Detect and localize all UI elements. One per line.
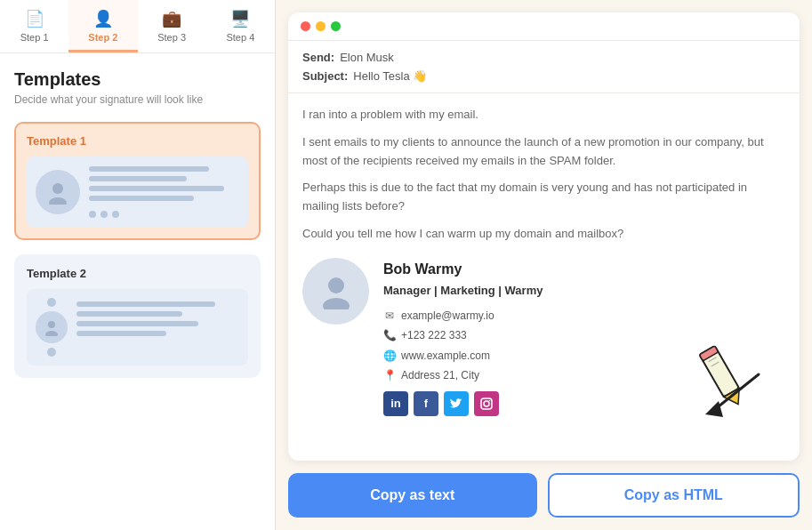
instagram-icon[interactable]: [474, 391, 499, 416]
copy-as-html-button[interactable]: Copy as HTML: [548, 473, 800, 518]
body-para-2: I sent emails to my clients to announce …: [302, 133, 785, 171]
sig-address: Address 21, City: [401, 367, 479, 384]
email-signature: Bob Warmy Manager | Marketing | Warmy ✉ …: [302, 253, 785, 416]
copy-as-text-button[interactable]: Copy as text: [288, 473, 537, 518]
step-1[interactable]: 📄 Step 1: [0, 0, 68, 52]
email-icon: ✉: [383, 308, 396, 325]
template-2-right: [76, 301, 239, 336]
sig-address-row: 📍 Address 21, City: [383, 367, 673, 384]
step-3-label: Step 3: [157, 32, 186, 43]
right-panel: Send: Elon Musk Subject: Hello Tesla 👋 I…: [276, 0, 812, 530]
step-1-label: Step 1: [20, 32, 49, 43]
svg-point-3: [45, 331, 58, 336]
template-1-avatar: [36, 170, 80, 214]
template-2-preview: [27, 289, 248, 365]
phone-icon: 📞: [383, 327, 396, 344]
chrome-minimize-dot: [316, 21, 326, 31]
email-header: Send: Elon Musk Subject: Hello Tesla 👋: [288, 41, 800, 93]
step-4-label: Step 4: [226, 32, 254, 43]
step-2-icon: 👤: [93, 9, 113, 28]
email-body: I ran into a problem with my email. I se…: [288, 93, 800, 461]
sig-title: Manager | Marketing | Warmy: [383, 282, 673, 301]
send-label: Send:: [302, 51, 334, 64]
sig-name: Bob Warmy: [383, 258, 673, 281]
chrome-maximize-dot: [331, 21, 341, 31]
sig-email-row: ✉ example@warmy.io: [383, 308, 673, 325]
body-para-1: I ran into a problem with my email.: [302, 106, 785, 124]
sig-website-row: 🌐 www.example.com: [383, 348, 673, 365]
location-icon: 📍: [383, 367, 396, 384]
step-4-icon: 🖥️: [230, 9, 250, 28]
svg-point-5: [323, 298, 350, 309]
step-4[interactable]: 🖥️ Step 4: [206, 0, 275, 52]
social-icons: in f: [383, 391, 673, 416]
template-1-title: Template 1: [27, 134, 248, 148]
bottom-buttons: Copy as text Copy as HTML: [276, 461, 812, 530]
template-1-preview: [27, 157, 248, 228]
template-2-title: Template 2: [27, 267, 248, 280]
sig-phone: +123 222 333: [401, 327, 467, 344]
left-panel: 📄 Step 1 👤 Step 2 💼 Step 3 🖥️ Step 4 Tem…: [0, 0, 276, 530]
template-2-avatar: [36, 311, 68, 343]
templates-section: Templates Decide what your signature wil…: [0, 53, 275, 530]
svg-point-4: [328, 277, 344, 293]
window-chrome: [288, 12, 800, 41]
step-3[interactable]: 💼 Step 3: [138, 0, 206, 52]
arrow-annotation: [687, 330, 785, 425]
svg-point-8: [489, 400, 491, 402]
email-window: Send: Elon Musk Subject: Hello Tesla 👋 I…: [288, 12, 800, 461]
template-2-card[interactable]: Template 2: [14, 254, 261, 378]
steps-bar: 📄 Step 1 👤 Step 2 💼 Step 3 🖥️ Step 4: [0, 0, 275, 53]
svg-point-2: [48, 321, 55, 328]
step-2-label: Step 2: [88, 32, 117, 43]
signature-avatar: [302, 258, 369, 325]
subject-value: Hello Tesla 👋: [353, 69, 427, 83]
subject-label: Subject:: [302, 69, 348, 83]
templates-title: Templates: [14, 69, 261, 90]
sig-contact: ✉ example@warmy.io 📞 +123 222 333 🌐 www.…: [383, 308, 673, 384]
signature-info: Bob Warmy Manager | Marketing | Warmy ✉ …: [383, 258, 673, 416]
step-2[interactable]: 👤 Step 2: [68, 0, 137, 52]
sig-website: www.example.com: [401, 348, 490, 365]
svg-rect-6: [481, 398, 492, 409]
email-send-field: Send: Elon Musk: [302, 48, 785, 67]
template-1-lines: [89, 166, 239, 218]
body-para-4: Could you tell me how I can warm up my d…: [302, 225, 785, 244]
sig-email: example@warmy.io: [401, 308, 494, 325]
template-1-card[interactable]: Template 1: [14, 122, 261, 240]
twitter-icon[interactable]: [444, 391, 469, 416]
svg-point-0: [52, 183, 63, 194]
linkedin-icon[interactable]: in: [383, 391, 408, 416]
send-value: Elon Musk: [340, 51, 394, 64]
templates-subtitle: Decide what your signature will look lik…: [14, 93, 261, 106]
step-1-icon: 📄: [25, 9, 44, 28]
svg-point-1: [49, 197, 67, 205]
body-para-3: Perhaps this is due to the fact that my …: [302, 179, 785, 216]
email-subject-field: Subject: Hello Tesla 👋: [302, 67, 785, 85]
chrome-close-dot: [301, 21, 310, 31]
step-3-icon: 💼: [162, 9, 181, 28]
sig-phone-row: 📞 +123 222 333: [383, 327, 673, 344]
svg-point-7: [484, 401, 489, 406]
globe-icon: 🌐: [383, 348, 396, 365]
facebook-icon[interactable]: f: [414, 391, 438, 416]
template-2-left: [36, 298, 68, 357]
